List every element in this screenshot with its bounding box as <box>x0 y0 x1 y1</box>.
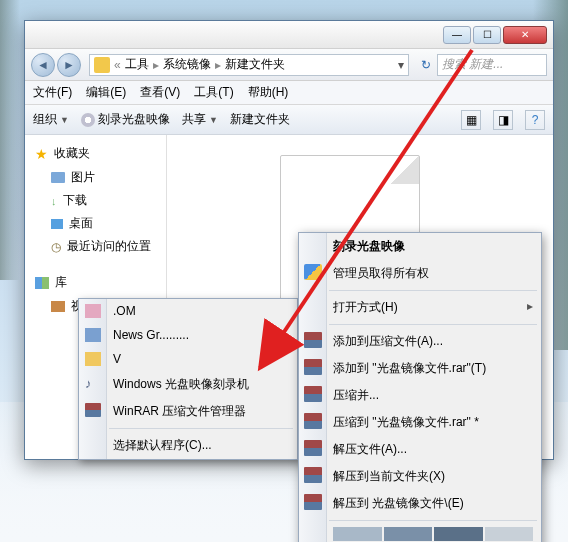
bc-part-1[interactable]: 系统镜像 <box>163 56 211 73</box>
winrar-icon <box>304 440 322 456</box>
ctx-admin-ownership[interactable]: 管理员取得所有权 <box>299 260 541 287</box>
app-icon <box>85 304 101 318</box>
submenu-label: 选择默认程序(C)... <box>113 438 212 452</box>
openwith-choose-default[interactable]: 选择默认程序(C)... <box>79 432 297 459</box>
bc-dropdown[interactable]: ▾ <box>398 58 404 72</box>
ctx-extract-here[interactable]: 解压到当前文件夹(X) <box>299 463 541 490</box>
openwith-submenu: .OM News Gr......... V ♪ Windows 光盘映像刻录机… <box>78 298 298 460</box>
openwith-item-1[interactable]: News Gr......... <box>79 323 297 347</box>
organize-button[interactable]: 组织▼ <box>33 111 69 128</box>
sidebar-item-recent[interactable]: ◷ 最近访问的位置 <box>25 235 166 258</box>
sidebar-item-label: 最近访问的位置 <box>67 238 151 255</box>
ctx-add-archive[interactable]: 添加到压缩文件(A)... <box>299 328 541 355</box>
menu-edit[interactable]: 编辑(E) <box>86 84 126 101</box>
sidebar-item-label: 图片 <box>71 169 95 186</box>
bc-part-0[interactable]: 工具 <box>125 56 149 73</box>
favorites-header[interactable]: ★ 收藏夹 <box>25 141 166 166</box>
ctx-compress-and[interactable]: 压缩并... <box>299 382 541 409</box>
menu-file[interactable]: 文件(F) <box>33 84 72 101</box>
submenu-label: WinRAR 压缩文件管理器 <box>113 404 246 418</box>
toolbar: 组织▼ 刻录光盘映像 共享▼ 新建文件夹 ▦ ◨ ? <box>25 105 553 135</box>
preview-pane-button[interactable]: ◨ <box>493 110 513 130</box>
menu-tools[interactable]: 工具(T) <box>194 84 233 101</box>
music-icon: ♪ <box>85 376 101 390</box>
openwith-item-winrar[interactable]: WinRAR 压缩文件管理器 <box>79 398 297 425</box>
minimize-button[interactable]: — <box>443 26 471 44</box>
forward-button[interactable]: ► <box>57 53 81 77</box>
titlebar: — ☐ ✕ <box>25 21 553 49</box>
bc-part-2[interactable]: 新建文件夹 <box>225 56 285 73</box>
ctx-add-named[interactable]: 添加到 "光盘镜像文件.rar"(T) <box>299 355 541 382</box>
disc-icon <box>81 113 95 127</box>
winrar-icon <box>304 359 322 375</box>
submenu-label: V <box>113 352 121 366</box>
libraries-label: 库 <box>55 274 67 291</box>
share-label: 共享 <box>182 111 206 128</box>
winrar-icon <box>304 467 322 483</box>
ctx-extract-files[interactable]: 解压文件(A)... <box>299 436 541 463</box>
libraries-header[interactable]: 库 <box>25 270 166 295</box>
download-icon: ↓ <box>51 195 57 207</box>
back-button[interactable]: ◄ <box>31 53 55 77</box>
bc-sep-1: ▸ <box>215 58 221 72</box>
sidebar-item-label: 桌面 <box>69 215 93 232</box>
sidebar-item-label: 下载 <box>63 192 87 209</box>
ctx-open-with[interactable]: 打开方式(H) ▸ <box>299 294 541 321</box>
app-icon <box>85 328 101 342</box>
menu-view[interactable]: 查看(V) <box>140 84 180 101</box>
close-button[interactable]: ✕ <box>503 26 547 44</box>
winrar-icon <box>304 413 322 429</box>
favorites-label: 收藏夹 <box>54 145 90 162</box>
menu-help[interactable]: 帮助(H) <box>248 84 289 101</box>
help-icon-button[interactable]: ? <box>525 110 545 130</box>
newfolder-button[interactable]: 新建文件夹 <box>230 111 290 128</box>
winrar-icon <box>304 332 322 348</box>
burn-label: 刻录光盘映像 <box>98 111 170 128</box>
ctx-footer-swatch <box>333 527 533 542</box>
libraries-icon <box>35 277 49 289</box>
video-icon <box>51 301 65 312</box>
winrar-icon <box>304 386 322 402</box>
ctx-burn-image[interactable]: 刻录光盘映像 <box>299 233 541 260</box>
folder-icon <box>94 57 110 73</box>
bg-tree-left <box>0 0 20 280</box>
shield-icon <box>304 264 322 280</box>
share-button[interactable]: 共享▼ <box>182 111 218 128</box>
breadcrumb[interactable]: « 工具 ▸ 系统镜像 ▸ 新建文件夹 ▾ <box>89 54 409 76</box>
ctx-compress-named[interactable]: 压缩到 "光盘镜像文件.rar" * <box>299 409 541 436</box>
desktop-icon <box>51 219 63 229</box>
sidebar-item-pictures[interactable]: 图片 <box>25 166 166 189</box>
view-mode-button[interactable]: ▦ <box>461 110 481 130</box>
search-placeholder: 搜索 新建... <box>442 56 503 73</box>
refresh-button[interactable]: ↻ <box>415 54 437 76</box>
ctx-label: 解压到当前文件夹(X) <box>333 469 445 483</box>
organize-label: 组织 <box>33 111 57 128</box>
pictures-icon <box>51 172 65 183</box>
separator <box>109 428 293 429</box>
search-input[interactable]: 搜索 新建... <box>437 54 547 76</box>
ctx-label: 添加到压缩文件(A)... <box>333 334 443 348</box>
separator <box>329 290 537 291</box>
openwith-item-0[interactable]: .OM <box>79 299 297 323</box>
navbar: ◄ ► « 工具 ▸ 系统镜像 ▸ 新建文件夹 ▾ ↻ 搜索 新建... <box>25 49 553 81</box>
separator <box>329 520 537 521</box>
burn-image-button[interactable]: 刻录光盘映像 <box>81 111 170 128</box>
maximize-button[interactable]: ☐ <box>473 26 501 44</box>
star-icon: ★ <box>35 146 48 162</box>
ctx-label: 解压文件(A)... <box>333 442 407 456</box>
submenu-label: Windows 光盘映像刻录机 <box>113 377 249 391</box>
ctx-label: 解压到 光盘镜像文件\(E) <box>333 496 464 510</box>
openwith-item-burner[interactable]: ♪ Windows 光盘映像刻录机 <box>79 371 297 398</box>
ctx-label: 压缩并... <box>333 388 379 402</box>
submenu-arrow-icon: ▸ <box>527 299 533 313</box>
context-menu: 刻录光盘映像 管理员取得所有权 打开方式(H) ▸ 添加到压缩文件(A)... … <box>298 232 542 542</box>
openwith-item-2[interactable]: V <box>79 347 297 371</box>
sidebar-item-desktop[interactable]: 桌面 <box>25 212 166 235</box>
winrar-icon <box>85 403 101 417</box>
app-icon <box>85 352 101 366</box>
sidebar-item-downloads[interactable]: ↓ 下载 <box>25 189 166 212</box>
ctx-extract-named[interactable]: 解压到 光盘镜像文件\(E) <box>299 490 541 517</box>
winrar-icon <box>304 494 322 510</box>
ctx-label: 压缩到 "光盘镜像文件.rar" * <box>333 415 479 429</box>
submenu-label: .OM <box>113 304 136 318</box>
